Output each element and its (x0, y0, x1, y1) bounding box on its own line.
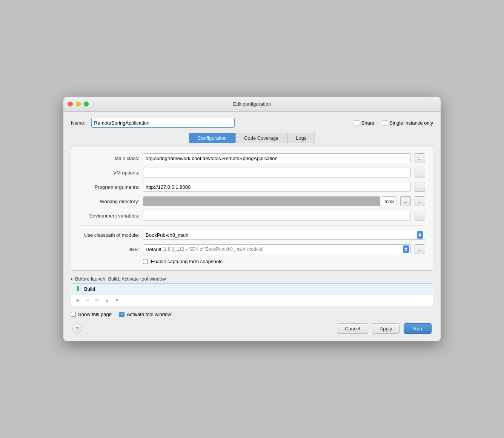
run-button[interactable]: Run (404, 323, 432, 334)
show-page-checkbox-item: Show this page (71, 312, 112, 317)
before-launch-header: Before launch: Build, Activate tool wind… (71, 276, 433, 282)
vm-options-label: VM options: (79, 170, 139, 176)
window-title: Edit configuration (233, 101, 271, 107)
configuration-panel: Main class: ... VM options: ... Program … (71, 147, 433, 271)
environment-variables-label: Environment variables: (79, 213, 139, 219)
edit-configuration-dialog: Edit configuration Name: Share Single in… (63, 97, 441, 341)
jre-select-display[interactable]: Default (1.8.0_112 – SDK of 'BookPub-ch8… (143, 244, 411, 254)
working-directory-row: Working directory: /ch8 ... ... (79, 196, 425, 206)
titlebar: Edit configuration (63, 97, 441, 112)
working-directory-browse-button[interactable]: ... (415, 196, 425, 206)
vm-options-row: VM options: ... (79, 168, 425, 177)
footer-buttons: Cancel Apply Run (337, 323, 432, 334)
close-button[interactable] (68, 102, 73, 106)
working-directory-suffix: /ch8 (382, 196, 396, 206)
main-class-browse-button[interactable]: ... (415, 153, 425, 163)
name-input[interactable] (91, 118, 235, 128)
program-arguments-browse-button[interactable]: ... (415, 182, 425, 192)
jre-detail: (1.8.0_112 – SDK of 'BookPub-ch8_main' m… (163, 247, 264, 252)
jre-label: JRE: (79, 247, 139, 252)
collapse-triangle-icon[interactable] (71, 278, 73, 281)
name-label: Name: (71, 120, 85, 126)
vm-options-input[interactable] (143, 168, 411, 177)
working-directory-expand-button[interactable]: ... (400, 196, 411, 206)
jre-browse-button[interactable]: ... (415, 244, 425, 254)
single-instance-checkbox[interactable] (382, 120, 387, 125)
add-launch-button[interactable]: + (74, 296, 82, 304)
show-page-label: Show this page (78, 312, 112, 317)
move-up-launch-button[interactable]: ▲ (103, 296, 111, 304)
build-arrow-icon: ⬇ (75, 285, 81, 292)
jre-row: JRE: Default (1.8.0_112 – SDK of 'BookPu… (79, 244, 425, 254)
working-directory-container: /ch8 (143, 196, 396, 206)
single-instance-label: Single instance only (389, 120, 433, 126)
before-launch-section: Before launch: Build, Activate tool wind… (71, 276, 433, 306)
help-button[interactable]: ? (72, 324, 82, 333)
enable-snapshots-label: Enable capturing form snapshots (151, 259, 223, 264)
tab-configuration[interactable]: Configuration (189, 133, 235, 143)
before-launch-title: Before launch: Build, Activate tool wind… (75, 276, 166, 282)
working-directory-input[interactable] (143, 196, 380, 206)
dialog-content: Name: Share Single instance only Configu… (63, 112, 441, 341)
program-arguments-input[interactable] (143, 182, 411, 192)
working-directory-label: Working directory: (79, 199, 139, 204)
edit-launch-button[interactable]: ✏ (93, 296, 101, 304)
move-down-launch-button[interactable]: ▼ (113, 296, 121, 304)
main-class-label: Main class: (79, 156, 139, 161)
enable-snapshots-checkbox[interactable] (143, 259, 148, 264)
before-launch-list: ⬇ Build + − ✏ ▲ ▼ (71, 283, 433, 306)
share-label: Share (361, 120, 375, 126)
minimize-button[interactable] (76, 102, 81, 106)
header-checkboxes: Share Single instance only (354, 120, 433, 126)
name-row: Name: Share Single instance only (71, 118, 433, 128)
remove-launch-button[interactable]: − (83, 296, 92, 304)
apply-button[interactable]: Apply (372, 323, 400, 334)
activate-tool-window-label: Activate tool window (127, 312, 171, 317)
share-checkbox-item: Share (354, 120, 375, 126)
launch-toolbar: + − ✏ ▲ ▼ (71, 294, 433, 306)
divider-1 (79, 225, 425, 225)
vm-options-browse-button[interactable]: ... (415, 168, 425, 177)
environment-variables-input[interactable] (143, 211, 411, 221)
main-class-input[interactable] (143, 153, 411, 163)
tab-logs[interactable]: Logs (287, 133, 315, 143)
activate-tool-window-checkbox-checked[interactable] (119, 312, 124, 317)
tab-code-coverage[interactable]: Code Coverage (235, 133, 287, 143)
classpath-module-row: Use classpath of module: BookPub-ch8_mai… (79, 230, 425, 240)
jre-select-arrow (403, 245, 409, 253)
program-arguments-label: Program arguments: (79, 184, 139, 190)
show-page-checkbox[interactable] (71, 312, 76, 317)
jre-default: Default (146, 247, 161, 252)
build-item-label: Build (84, 286, 95, 292)
maximize-button[interactable] (84, 102, 89, 106)
dialog-footer: ? Cancel Apply Run (71, 323, 433, 334)
tabs-row: Configuration Code Coverage Logs (71, 133, 433, 143)
program-arguments-row: Program arguments: ... (79, 182, 425, 192)
build-list-item: ⬇ Build (71, 284, 433, 294)
classpath-module-label: Use classpath of module: (79, 232, 139, 238)
single-instance-checkbox-item: Single instance only (382, 120, 433, 126)
classpath-module-select-container: BookPub-ch8_main (143, 230, 425, 240)
cancel-button[interactable]: Cancel (337, 323, 368, 334)
environment-variables-browse-button[interactable]: ... (415, 211, 425, 221)
jre-select-container: Default (1.8.0_112 – SDK of 'BookPub-ch8… (143, 244, 411, 254)
bottom-checkboxes: Show this page Activate tool window (71, 312, 433, 317)
main-class-row: Main class: ... (79, 153, 425, 163)
build-icon: ⬇ (74, 285, 81, 292)
classpath-module-select[interactable]: BookPub-ch8_main (143, 230, 425, 240)
activate-tool-window-checkbox-item: Activate tool window (119, 312, 171, 317)
window-controls (68, 102, 89, 106)
enable-snapshots-row: Enable capturing form snapshots (143, 259, 425, 264)
environment-variables-row: Environment variables: ... (79, 211, 425, 221)
share-checkbox[interactable] (354, 120, 359, 125)
